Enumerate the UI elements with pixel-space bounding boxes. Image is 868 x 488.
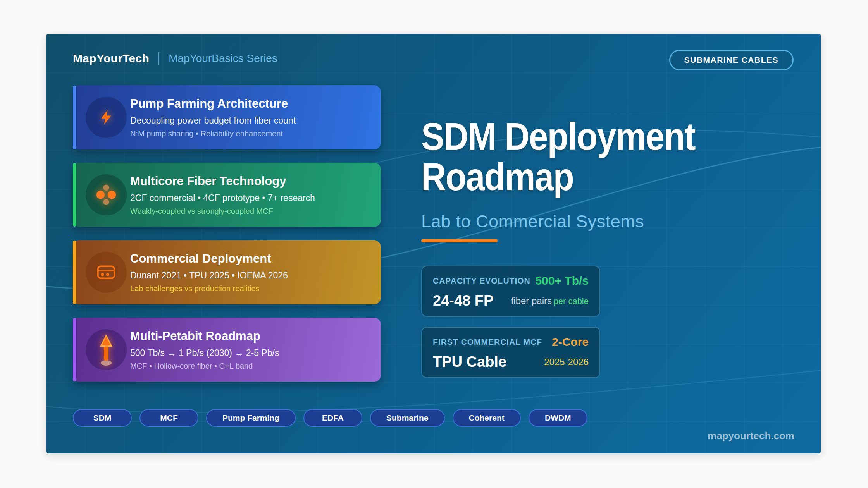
card-detail: N:M pump sharing • Reliability enhanceme… <box>130 129 296 138</box>
stat-value: TPU Cable <box>433 354 506 370</box>
tag-dwdm[interactable]: DWDM <box>529 409 587 427</box>
brand-logo-text: MapYourTech <box>73 52 149 65</box>
stat-row: FIRST COMMERCIAL MCF 2-Core <box>433 335 589 349</box>
series-label: MapYourBasics Series <box>169 52 277 65</box>
card-subtitle: 500 Tb/s → 1 Pb/s (2030) → 2-5 Pb/s <box>130 348 279 358</box>
card-icon-circle <box>86 174 127 215</box>
multicore-dots-icon <box>94 183 118 207</box>
card-title: Multi-Petabit Roadmap <box>130 329 279 343</box>
stat-box-capacity-evolution: CAPACITY EVOLUTION 500+ Tb/s 24-48 FP fi… <box>421 266 600 317</box>
card-title: Pump Farming Architecture <box>130 97 296 111</box>
tag-coherent[interactable]: Coherent <box>453 409 521 427</box>
card-subtitle: 2CF commercial • 4CF prototype • 7+ rese… <box>130 193 315 203</box>
stat-note-accent: 2025-2026 <box>544 357 589 368</box>
card-multi-petabit-roadmap: Multi-Petabit Roadmap 500 Tb/s → 1 Pb/s … <box>73 318 381 382</box>
title-line-1: SDM Deployment <box>421 115 695 158</box>
slide-canvas: MapYourTech MapYourBasics Series SUBMARI… <box>46 34 821 453</box>
page-subtitle: Lab to Commercial Systems <box>421 211 644 232</box>
card-accent-bar <box>73 163 76 227</box>
title-line-2: Roadmap <box>421 155 574 198</box>
stat-value: 24-48 FP <box>433 292 493 309</box>
card-pump-farming: Pump Farming Architecture Decoupling pow… <box>73 85 381 149</box>
stat-highlight: 500+ Tb/s <box>535 274 589 287</box>
tag-mcf[interactable]: MCF <box>140 409 198 427</box>
card-subtitle: Dunant 2021 • TPU 2025 • IOEMA 2026 <box>130 270 288 281</box>
card-commercial-deployment: Commercial Deployment Dunant 2021 • TPU … <box>73 240 381 304</box>
stat-row: 24-48 FP fiber pairs per cable <box>433 292 589 309</box>
card-subtitle: Decoupling power budget from fiber count <box>130 115 296 126</box>
card-icon-circle <box>86 97 127 138</box>
accent-underline <box>421 239 498 242</box>
card-accent-bar <box>73 86 76 149</box>
page-title: SDM DeploymentRoadmap <box>421 116 695 197</box>
stat-note: fiber pairs per cable <box>511 296 589 306</box>
card-title: Commercial Deployment <box>130 252 288 266</box>
card-detail: Weakly-coupled vs strongly-coupled MCF <box>130 207 315 216</box>
tag-sdm[interactable]: SDM <box>73 409 132 427</box>
tag-list: SDM MCF Pump Farming EDFA Submarine Cohe… <box>73 409 587 427</box>
stat-row: CAPACITY EVOLUTION 500+ Tb/s <box>433 274 589 287</box>
card-accent-bar <box>73 318 76 381</box>
card-icon-circle <box>86 329 127 370</box>
card-title: Multicore Fiber Technology <box>130 174 315 188</box>
stat-label: FIRST COMMERCIAL MCF <box>433 337 542 347</box>
stat-highlight: 2-Core <box>552 335 589 349</box>
stat-label: CAPACITY EVOLUTION <box>433 276 530 285</box>
lightning-bolt-icon <box>98 109 114 126</box>
card-text: Multi-Petabit Roadmap 500 Tb/s → 1 Pb/s … <box>130 329 279 371</box>
stat-note-accent: per cable <box>553 296 589 306</box>
topic-card-list: Pump Farming Architecture Decoupling pow… <box>73 85 381 382</box>
submarine-cables-badge[interactable]: SUBMARINE CABLES <box>669 50 794 70</box>
tag-submarine[interactable]: Submarine <box>370 409 445 427</box>
header-divider <box>158 52 159 65</box>
rocket-arrow-icon <box>95 333 117 366</box>
website-url: mapyourtech.com <box>708 430 794 442</box>
stat-box-first-commercial-mcf: FIRST COMMERCIAL MCF 2-Core TPU Cable 20… <box>421 327 600 378</box>
card-multicore-fiber: Multicore Fiber Technology 2CF commercia… <box>73 163 381 227</box>
card-detail: MCF • Hollow-core fiber • C+L band <box>130 362 279 371</box>
repeater-card-icon <box>94 260 118 284</box>
card-text: Pump Farming Architecture Decoupling pow… <box>130 97 296 138</box>
card-text: Commercial Deployment Dunant 2021 • TPU … <box>130 252 288 293</box>
card-accent-bar <box>73 241 76 304</box>
page-background: MapYourTech MapYourBasics Series SUBMARI… <box>0 0 868 488</box>
tag-pump-farming[interactable]: Pump Farming <box>206 409 296 427</box>
card-text: Multicore Fiber Technology 2CF commercia… <box>130 174 315 216</box>
tag-edfa[interactable]: EDFA <box>303 409 362 427</box>
card-icon-circle <box>86 252 127 293</box>
card-detail: Lab challenges vs production realities <box>130 284 288 293</box>
header: MapYourTech MapYourBasics Series <box>73 52 277 65</box>
stat-note-plain: fiber pairs <box>511 296 552 306</box>
stat-row: TPU Cable 2025-2026 <box>433 354 589 370</box>
